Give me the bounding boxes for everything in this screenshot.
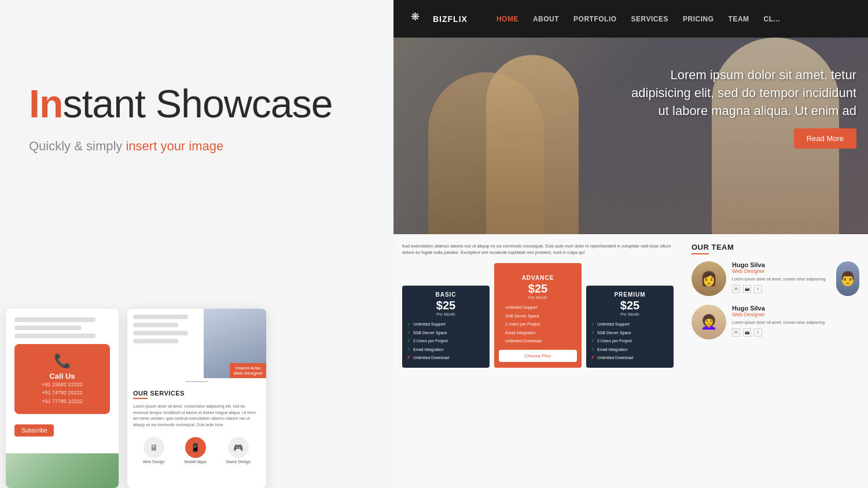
twitter-icon-2[interactable]: t (754, 328, 762, 337)
service-mobile-apps: 📱 Mobile Apps (185, 437, 207, 464)
team-member-name-1: Hugo Silva (732, 261, 830, 268)
team-member-desc-1: Lorem ipsum dolor sit amet, consec-tetur… (732, 276, 830, 282)
team-avatar-2: 👩‍🦱 (692, 305, 726, 339)
team-avatar-1: 👩 (692, 261, 726, 296)
feature-item: ✗ Email Integration (499, 329, 577, 337)
team-social-2: ✉ 📷 t (732, 328, 859, 337)
team-info-1: Hugo Silva Web Designer Lorem ipsum dolo… (732, 261, 830, 293)
advance-plan-period: Per Month (499, 295, 577, 300)
mockup-text-block (127, 309, 204, 378)
nav-items: HOME ABOUT PORTFOLIO SERVICES PRICING TE… (496, 15, 780, 23)
content-section: trud exercitation ullamco laboris nisi u… (393, 234, 868, 488)
twitter-icon[interactable]: t (754, 285, 762, 293)
nav-services[interactable]: SERVICES (631, 15, 668, 23)
pricing-card-advance: ADVANCE $25 Per Month ✓ Unlimited Suppor… (494, 263, 582, 368)
subtitle-highlight: insert your image (126, 139, 223, 153)
team-member-name-2: Hugo Silva (732, 305, 859, 312)
web-design-icon: 🖥 (144, 437, 164, 458)
team-member-desc-2: Lorem ipsum dolor sit amet, consec-tetur… (732, 320, 859, 326)
hero-person-2 (486, 55, 579, 234)
nav-home[interactable]: HOME (496, 15, 518, 23)
team-info-2: Hugo Silva Web Designer Lorem ipsum dolo… (732, 305, 859, 337)
feature-item: ✗ Unlimited Download (499, 337, 577, 345)
map-placeholder (6, 453, 119, 488)
mockup-laptop-img: Imanol Arias Web Designer (204, 309, 266, 378)
services-description: Lorem ipsum dolor sit amet, consectetur … (127, 401, 266, 432)
team-member-1: 👩 Hugo Silva Web Designer Lorem ipsum do… (692, 261, 859, 296)
advance-features: ✓ Unlimited Support ✓ 5GB Derver Space ✓… (499, 304, 577, 346)
x-icon: ✗ (499, 337, 503, 345)
basic-plan-period: Per Month (407, 312, 485, 316)
camera-icon-2[interactable]: 📷 (743, 328, 751, 337)
email-icon[interactable]: ✉ (732, 285, 740, 293)
title-rest: stant Showcase (62, 82, 332, 125)
x-icon: ✗ (499, 329, 503, 337)
phone-icon: 📞 (23, 353, 101, 369)
email-icon-2[interactable]: ✉ (732, 328, 740, 337)
mockups-strip: 📞 Call Us +91 15682 22222 +91 74792 2522… (0, 297, 393, 488)
team-member-role-1: Web Designer (732, 268, 830, 274)
mock-text-line (133, 339, 178, 343)
check-icon: ✓ (407, 321, 411, 329)
brand-name: BIZFLIX (433, 14, 468, 24)
avatar-female-2: 👩‍🦱 (692, 305, 726, 339)
hero-section: Lorem ipsum dolor sit amet, tetur adipis… (393, 38, 868, 234)
nav-portfolio[interactable]: PORTFOLIO (573, 15, 617, 23)
imanol-badge: Imanol Arias Web Designer (230, 363, 266, 378)
check-icon: ✓ (407, 329, 411, 337)
check-icon: ✓ (591, 329, 595, 337)
pricing-section: trud exercitation ullamco laboris nisi u… (393, 234, 683, 488)
premium-features: ✓ Unlimited Support ✓ 5GB Derver Space ✓… (591, 321, 669, 363)
team-social-1: ✉ 📷 t (732, 285, 830, 293)
service-web-design: 🖥 Web Design (143, 437, 165, 464)
premium-plan-name: PREMIUM (591, 291, 669, 298)
service-game-design: 🎮 Game Design (226, 437, 251, 464)
divider (185, 381, 208, 382)
feature-item: ✓ Email Integration (591, 346, 669, 354)
camera-icon[interactable]: 📷 (743, 285, 751, 293)
premium-plan-period: Per Month (591, 312, 669, 316)
subscribe-button[interactable]: Subscribe (14, 424, 54, 437)
avatar-male-partial: 👨 (836, 261, 859, 296)
title-highlight: In (29, 82, 62, 125)
nav-pricing[interactable]: PRICING (683, 15, 714, 23)
choose-plan-button-advance[interactable]: Choose Plan (499, 350, 577, 362)
nav-team[interactable]: TEAM (729, 15, 749, 23)
avatar-female: 👩 (692, 261, 726, 296)
check-icon: ✓ (591, 337, 595, 345)
call-us-label: Call Us (23, 372, 101, 380)
advance-plan-name: ADVANCE (499, 275, 577, 281)
check-icon: ✓ (407, 337, 411, 345)
premium-plan-price: $25 (591, 299, 669, 312)
read-more-button[interactable]: Read More (794, 128, 856, 149)
brand-logo-icon: ❋ (411, 10, 428, 28)
partial-avatar-1: 👨 (836, 261, 859, 296)
feature-item: ✓ Email Integration (407, 346, 485, 354)
feature-item: ✓ Unlimited Support (591, 321, 669, 329)
check-icon: ✓ (499, 304, 503, 312)
feature-item: ✓ Unlimited Support (407, 321, 485, 329)
mockup-card-services: Imanol Arias Web Designer OUR SERVICES L… (127, 309, 266, 488)
team-title: OUR TEAM (692, 243, 859, 254)
hero-text-block: Lorem ipsum dolor sit amet, tetur adipis… (625, 66, 856, 149)
team-member-2: 👩‍🦱 Hugo Silva Web Designer Lorem ipsum … (692, 305, 859, 339)
game-design-icon: 🎮 (228, 437, 249, 458)
feature-item: ✓ 2 Users per Project (499, 320, 577, 328)
pricing-cards: BASIC $25 Per Month ✓ Unlimited Support … (402, 263, 674, 368)
nav-about[interactable]: ABOUT (533, 15, 559, 23)
basic-plan-name: BASIC (407, 291, 485, 298)
mock-text-line (14, 334, 95, 338)
check-icon: ✓ (499, 320, 503, 328)
feature-item: ✓ 2 Users per Project (591, 337, 669, 345)
mockup-top-section: Imanol Arias Web Designer (127, 309, 266, 378)
feature-item: ✗ Unlimited Download (591, 354, 669, 362)
mock-text-line (133, 331, 188, 335)
team-member-role-2: Web Designer (732, 312, 859, 317)
nav-more[interactable]: CL... (764, 15, 781, 23)
hero-lorem-text: Lorem ipsum dolor sit amet, tetur adipis… (625, 66, 856, 120)
main-title: Instant Showcase (29, 81, 333, 126)
mock-text-line (14, 326, 82, 330)
x-icon: ✗ (407, 354, 411, 362)
navbar: ❋ BIZFLIX HOME ABOUT PORTFOLIO SERVICES … (393, 0, 868, 38)
advance-plan-price: $25 (499, 282, 577, 295)
